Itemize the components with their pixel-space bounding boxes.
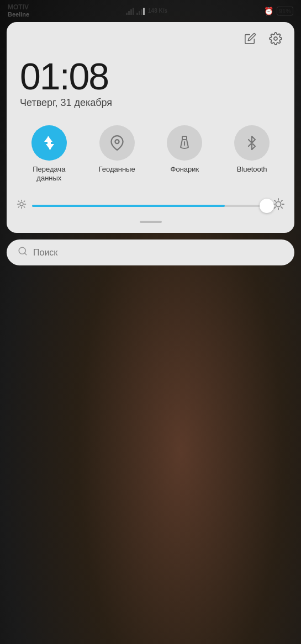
toggle-geodata[interactable]: Геоданные	[99, 125, 135, 183]
flashlight-label: Фонарик	[171, 165, 199, 174]
svg-line-33	[281, 200, 282, 201]
signal-area: 148 K/s	[126, 7, 167, 15]
brightness-high-icon	[272, 198, 284, 213]
svg-rect-1	[128, 11, 130, 15]
network-speed: 148 K/s	[148, 8, 167, 14]
bluetooth-label: Bluetooth	[237, 165, 267, 174]
carrier-info: MOTIV Beeline	[8, 3, 29, 19]
data-transfer-icon	[40, 134, 58, 152]
svg-marker-12	[46, 144, 54, 150]
bluetooth-icon	[245, 136, 259, 150]
flashlight-circle	[167, 125, 202, 161]
svg-point-25	[276, 201, 281, 206]
sun-small-icon	[17, 199, 27, 209]
settings-button[interactable]	[267, 30, 284, 47]
brightness-fill	[32, 205, 225, 207]
carrier-name: MOTIV	[8, 3, 29, 11]
drag-handle[interactable]	[7, 221, 294, 223]
quick-toggles: Передачаданных Геоданные Фонарик	[7, 125, 294, 183]
svg-rect-2	[130, 9, 132, 15]
geodata-circle	[99, 125, 135, 161]
data-transfer-label: Передачаданных	[33, 165, 65, 183]
svg-marker-10	[44, 136, 52, 142]
svg-rect-5	[139, 11, 140, 15]
geodata-label: Геоданные	[99, 165, 135, 174]
svg-rect-7	[143, 8, 145, 15]
toggle-bluetooth[interactable]: Bluetooth	[234, 125, 270, 183]
svg-point-8	[274, 37, 277, 40]
brightness-slider[interactable]	[32, 205, 267, 207]
clock-time: 01:08	[20, 57, 281, 95]
flashlight-icon	[177, 135, 192, 151]
data-transfer-circle	[31, 125, 67, 161]
alarm-icon: ⏰	[264, 7, 273, 15]
svg-line-32	[274, 207, 276, 208]
search-bar-container	[7, 239, 294, 265]
search-bar	[7, 239, 294, 265]
edit-button[interactable]	[241, 30, 259, 47]
svg-point-16	[20, 203, 23, 206]
signal-icon-2	[136, 7, 145, 15]
location-icon	[109, 135, 125, 151]
clock-date: Четверг, 31 декабря	[20, 97, 281, 109]
brightness-thumb[interactable]	[260, 199, 274, 213]
svg-rect-6	[141, 9, 142, 15]
settings-icon	[269, 32, 282, 45]
panel-top-icons	[7, 22, 294, 52]
search-input[interactable]	[33, 248, 283, 258]
toggle-data-transfer[interactable]: Передачаданных	[31, 125, 67, 183]
svg-line-35	[24, 253, 26, 255]
svg-rect-3	[133, 8, 134, 15]
drag-handle-bar	[140, 221, 162, 223]
svg-rect-0	[126, 13, 128, 15]
svg-line-28	[274, 200, 276, 201]
edit-icon	[244, 33, 256, 45]
bluetooth-circle	[234, 125, 270, 161]
battery-indicator: 91%	[277, 7, 293, 15]
svg-line-23	[18, 206, 19, 207]
svg-line-24	[24, 201, 25, 202]
sun-large-icon	[272, 198, 284, 210]
status-bar: MOTIV Beeline 148 K/s ⏰ 91%	[0, 0, 301, 21]
search-icon	[18, 246, 28, 259]
signal-icon-1	[126, 7, 135, 15]
svg-line-29	[281, 207, 282, 208]
carrier2-name: Beeline	[8, 11, 29, 18]
svg-line-19	[18, 201, 19, 202]
notification-panel: 01:08 Четверг, 31 декабря Передачаданных	[7, 22, 294, 233]
brightness-row	[7, 198, 294, 213]
brightness-low-icon	[17, 199, 27, 212]
svg-rect-4	[136, 13, 138, 15]
clock-area: 01:08 Четверг, 31 декабря	[7, 52, 294, 125]
svg-point-13	[115, 140, 119, 143]
toggle-flashlight[interactable]: Фонарик	[167, 125, 202, 183]
system-icons: ⏰ 91%	[264, 7, 293, 15]
svg-line-20	[24, 206, 25, 207]
